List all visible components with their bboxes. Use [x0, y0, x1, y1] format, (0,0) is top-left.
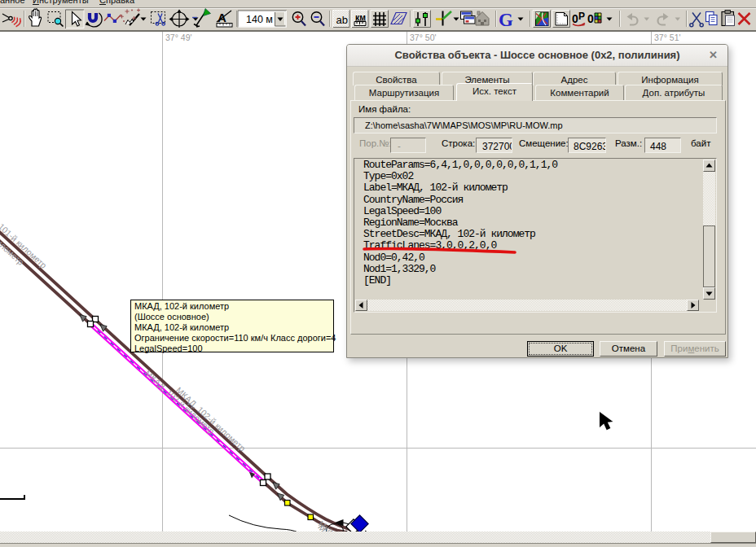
svg-text:G: G	[499, 10, 513, 30]
svg-text:км: км	[355, 12, 366, 22]
svg-text:140 м: 140 м	[246, 14, 273, 25]
svg-text:ab: ab	[336, 14, 348, 26]
svg-text:0: 0	[572, 12, 578, 25]
svg-text:0: 0	[587, 12, 594, 25]
svg-text:Р: Р	[578, 11, 585, 22]
